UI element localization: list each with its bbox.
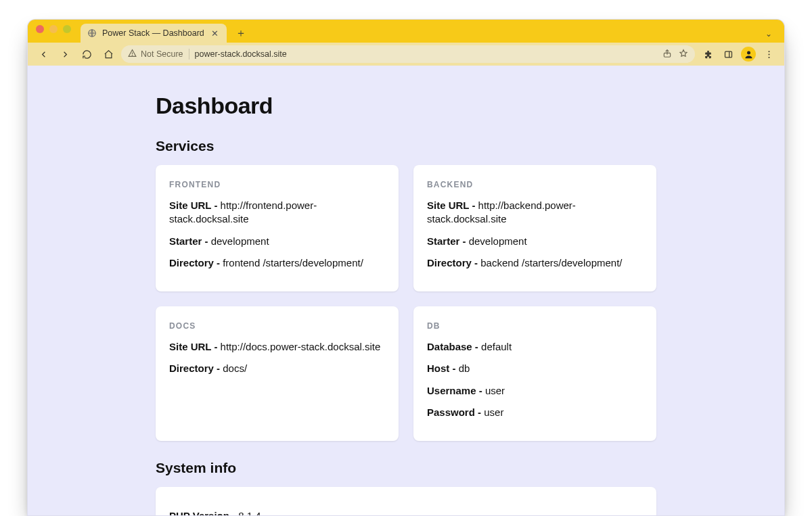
card-title: DB (427, 321, 643, 331)
row-username: Username - user (427, 384, 643, 398)
profile-button[interactable] (740, 45, 757, 63)
url-input[interactable] (195, 49, 657, 59)
window-zoom-icon[interactable] (63, 25, 71, 33)
value-php-version: 8.1.4 (238, 510, 261, 515)
browser-toolbar: Not Secure (28, 43, 784, 66)
bookmark-star-icon[interactable] (679, 49, 688, 60)
system-info-heading: System info (156, 460, 656, 476)
value-username: user (485, 385, 505, 396)
row-directory: Directory - docs/ (169, 362, 385, 375)
label-site-url: Site URL - (169, 341, 221, 352)
globe-icon (87, 28, 97, 38)
svg-point-7 (768, 53, 769, 55)
row-database: Database - default (427, 340, 643, 354)
close-tab-icon[interactable]: ✕ (210, 28, 220, 39)
label-starter: Starter - (427, 235, 469, 247)
browser-window: Power Stack — Dashboard ✕ ＋ ⌄ (27, 19, 785, 516)
warning-icon (128, 49, 137, 60)
window-close-icon[interactable] (36, 25, 44, 33)
row-starter: Starter - development (427, 235, 643, 248)
label-php-version: PHP Version - (169, 510, 238, 515)
tab-title: Power Stack — Dashboard (102, 28, 204, 38)
reload-button[interactable] (78, 45, 95, 63)
label-database: Database - (427, 341, 481, 352)
row-host: Host - db (427, 362, 643, 375)
row-site-url: Site URL - http://frontend.power-stack.d… (169, 199, 385, 227)
share-icon[interactable] (662, 49, 672, 60)
new-tab-button[interactable]: ＋ (232, 24, 250, 42)
value-database: default (481, 341, 512, 352)
label-directory: Directory - (427, 257, 480, 268)
card-title: FRONTEND (169, 180, 385, 189)
label-site-url: Site URL - (169, 200, 221, 211)
home-button[interactable] (99, 45, 117, 63)
svg-point-5 (747, 51, 750, 54)
label-host: Host - (427, 362, 459, 374)
service-card-backend: BACKEND Site URL - http://backend.power-… (413, 165, 656, 291)
row-starter: Starter - development (169, 235, 385, 248)
tab-strip: Power Stack — Dashboard ✕ ＋ ⌄ (28, 20, 784, 43)
value-directory: frontend /starters/development/ (223, 257, 363, 268)
row-directory: Directory - frontend /starters/developme… (169, 256, 385, 270)
page-content: Dashboard Services FRONTEND Site URL - h… (149, 66, 663, 515)
page-title: Dashboard (156, 93, 656, 119)
forward-button[interactable] (56, 45, 74, 63)
traffic-lights (35, 20, 75, 43)
row-site-url: Site URL - http://docs.power-stack.docks… (169, 340, 385, 354)
label-site-url: Site URL - (427, 200, 478, 211)
row-php-version: PHP Version - 8.1.4 (169, 510, 643, 515)
row-directory: Directory - backend /starters/developmen… (427, 256, 643, 270)
service-card-frontend: FRONTEND Site URL - http://frontend.powe… (156, 165, 399, 291)
security-label: Not Secure (141, 49, 183, 59)
svg-point-8 (768, 56, 769, 57)
value-directory: docs/ (223, 362, 247, 374)
label-password: Password - (427, 406, 484, 418)
row-password: Password - user (427, 406, 643, 419)
card-title: BACKEND (427, 180, 643, 189)
extensions-icon[interactable] (699, 45, 717, 63)
system-info-card: PHP Version - 8.1.4 (156, 487, 656, 515)
services-grid: FRONTEND Site URL - http://frontend.powe… (156, 165, 656, 441)
window-minimize-icon[interactable] (49, 25, 58, 33)
security-indicator[interactable]: Not Secure (128, 49, 189, 60)
browser-tab[interactable]: Power Stack — Dashboard ✕ (81, 24, 227, 43)
label-directory: Directory - (169, 257, 223, 268)
svg-rect-3 (725, 51, 731, 57)
label-username: Username - (427, 385, 485, 396)
kebab-menu-icon[interactable] (760, 45, 777, 63)
value-host: db (459, 362, 470, 374)
value-site-url: http://docs.power-stack.docksal.site (221, 341, 381, 352)
label-directory: Directory - (169, 362, 223, 374)
avatar-icon (741, 47, 756, 62)
value-starter: development (469, 235, 527, 247)
row-site-url: Site URL - http://backend.power-stack.do… (427, 199, 643, 227)
label-starter: Starter - (169, 235, 211, 247)
svg-point-6 (768, 51, 769, 52)
chrome-top: Power Stack — Dashboard ✕ ＋ ⌄ (28, 20, 784, 66)
value-password: user (484, 406, 503, 418)
card-title: DOCS (169, 321, 385, 331)
value-directory: backend /starters/development/ (480, 257, 622, 268)
service-card-db: DB Database - default Host - db Username… (413, 306, 656, 441)
service-card-docs: DOCS Site URL - http://docs.power-stack.… (156, 306, 399, 441)
svg-point-1 (132, 55, 133, 55)
value-starter: development (211, 235, 269, 247)
tab-list-caret-icon[interactable]: ⌄ (765, 29, 777, 43)
services-heading: Services (156, 138, 656, 154)
address-bar[interactable]: Not Secure (121, 45, 695, 63)
side-panel-icon[interactable] (719, 45, 737, 63)
back-button[interactable] (35, 45, 52, 63)
viewport[interactable]: Dashboard Services FRONTEND Site URL - h… (28, 66, 784, 515)
